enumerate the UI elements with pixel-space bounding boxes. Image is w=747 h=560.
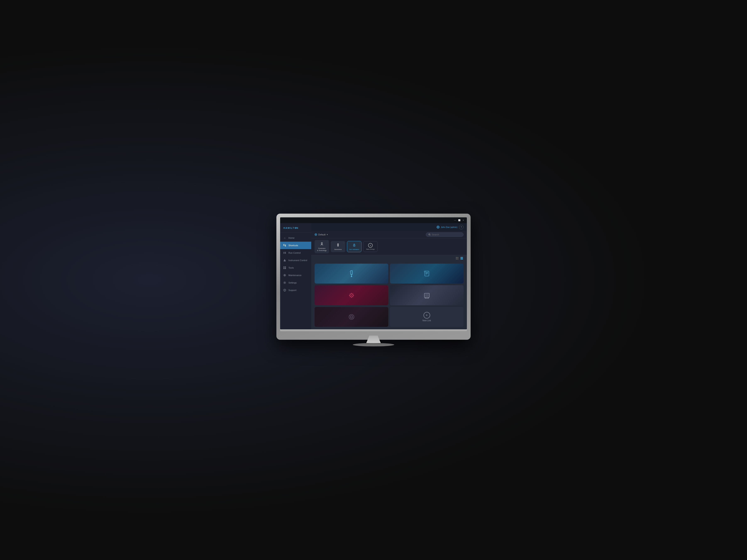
tab-menu-not-validated[interactable]: ⋮ — [359, 242, 360, 244]
brand-name: HAMILTN — [283, 227, 299, 229]
svg-rect-0 — [283, 244, 284, 244]
svg-rect-41 — [460, 258, 463, 259]
view-controls — [311, 255, 467, 262]
svg-rect-10 — [285, 252, 286, 253]
group-tab-forensics[interactable]: ⋮ Forensics& Toxicology — [314, 240, 329, 253]
new-link-plus-icon: + — [423, 312, 430, 319]
user-info: John Doe (admin) — [436, 225, 457, 229]
maintenance-icon — [283, 273, 286, 277]
app-layout: HAMILTN ⌂ Home — [280, 223, 467, 329]
sidebar-item-instrument-control[interactable]: Instrument Control — [280, 257, 311, 264]
svg-line-54 — [353, 294, 353, 294]
list-view-button[interactable] — [460, 256, 464, 261]
sub-header-left: Default ▾ — [314, 233, 328, 236]
card-backup-utility[interactable]: GENOMICS 📎 ⋮ Headline 5 BackupUtility Lo… — [314, 307, 388, 327]
monitor-screen: — ⬜ ✕ HAMILTN ⌂ Home — [280, 217, 467, 329]
search-input[interactable] — [432, 233, 461, 236]
sidebar-item-shortcuts[interactable]: Shortcuts — [280, 242, 311, 249]
sidebar-item-run-control[interactable]: Run Control — [280, 249, 311, 257]
sidebar-item-settings[interactable]: Settings — [280, 279, 311, 287]
svg-rect-42 — [460, 259, 463, 260]
grid-view-button[interactable] — [455, 256, 459, 261]
card-new-link[interactable]: + New Link — [390, 307, 464, 327]
monitor-base — [353, 343, 394, 346]
user-name: John Doe (admin) — [441, 226, 457, 229]
card-sample-reformatting[interactable]: GENOMICS 📎 ⋮ Headline 5 SampleReformatti… — [314, 264, 388, 284]
group-tab-not-validated[interactable]: ⋮ Not Validated — [347, 241, 361, 252]
svg-point-19 — [284, 275, 285, 276]
support-icon — [283, 289, 286, 292]
sidebar-item-home[interactable]: ⌂ Home — [280, 234, 311, 242]
forensics-label: Forensics& Toxicology — [317, 247, 327, 251]
svg-rect-14 — [285, 259, 285, 260]
svg-rect-40 — [460, 257, 463, 258]
view-label: Default — [318, 233, 326, 236]
svg-rect-12 — [284, 261, 286, 261]
monitor: — ⬜ ✕ HAMILTN ⌂ Home — [276, 214, 471, 346]
svg-point-27 — [315, 234, 316, 235]
new-link-label: New Link — [422, 319, 431, 322]
sidebar-item-maintenance[interactable]: Maintenance — [280, 271, 311, 279]
sidebar-label-instrument-control: Instrument Control — [288, 259, 307, 262]
sidebar-item-support[interactable]: Support — [280, 287, 311, 294]
monitor-bezel: — ⬜ ✕ HAMILTN ⌂ Home — [276, 214, 471, 340]
card-image-backup — [314, 307, 388, 327]
group-tab-genomics[interactable]: ⋮ Genomics — [331, 241, 345, 252]
tools-icon — [283, 266, 286, 269]
svg-rect-38 — [456, 259, 457, 260]
view-icon — [314, 233, 317, 236]
tab-menu-genomics[interactable]: ⋮ — [342, 242, 344, 244]
svg-rect-7 — [283, 252, 284, 253]
svg-rect-63 — [350, 315, 353, 319]
svg-point-26 — [315, 234, 317, 236]
svg-point-30 — [321, 242, 323, 244]
settings-icon — [283, 281, 286, 284]
sidebar-label-maintenance: Maintenance — [288, 274, 302, 276]
svg-rect-57 — [425, 294, 429, 297]
new-group-label: New Group — [366, 248, 375, 250]
groups-row: ⋮ Forensics& Toxicology — [311, 238, 467, 255]
sidebar-label-tools: Tools — [288, 267, 294, 269]
sidebar-nav: ⌂ Home — [280, 233, 311, 329]
group-tab-new-group[interactable]: + New Group — [363, 241, 378, 252]
search-box[interactable] — [426, 232, 464, 237]
svg-rect-4 — [285, 245, 286, 246]
svg-rect-17 — [283, 268, 284, 269]
not-validated-label: Not Validated — [349, 248, 359, 250]
sidebar-label-run-control: Run Control — [288, 251, 301, 254]
genomics-label: Genomics — [334, 248, 342, 250]
card-covid-inhibition[interactable]: GENOMICS 📎 ⋮ Headline 5 Covid-19Inhibiti… — [314, 285, 388, 305]
instrument-icon — [283, 259, 286, 262]
card-image-covid — [314, 285, 388, 305]
card-image-nimbus — [390, 285, 464, 305]
svg-line-53 — [353, 296, 353, 297]
sidebar-label-home: Home — [288, 237, 294, 239]
svg-rect-5 — [285, 246, 286, 246]
dropdown-arrow-icon[interactable]: ▾ — [327, 234, 328, 236]
run-control-icon — [283, 251, 286, 255]
sidebar-label-support: Support — [288, 289, 297, 291]
tab-menu-forensics[interactable]: ⋮ — [326, 241, 328, 243]
sidebar-item-tools[interactable]: Tools — [280, 264, 311, 271]
card-nimbus-maintenance[interactable]: GENOMICS 📎 ⋮ Headline 5 NimbusMaintenanc… — [390, 285, 464, 305]
home-icon: ⌂ — [283, 236, 286, 240]
minimize-button[interactable]: — — [454, 219, 457, 222]
svg-rect-13 — [284, 260, 285, 261]
svg-point-35 — [354, 245, 354, 246]
new-group-plus-icon: + — [368, 243, 373, 248]
monitor-chin — [280, 329, 467, 331]
sub-header: Default ▾ — [311, 231, 467, 238]
sidebar-label-settings: Settings — [288, 282, 297, 284]
forensics-icon — [320, 242, 324, 247]
close-button[interactable]: ✕ — [462, 219, 465, 222]
svg-rect-3 — [285, 245, 286, 245]
card-beads-cleanup[interactable]: GENOMICS 📎 ⋮ Headline 5 BeadsClean-up Lo… — [390, 264, 464, 284]
svg-line-55 — [350, 296, 351, 297]
svg-rect-6 — [283, 252, 284, 252]
help-button[interactable]: ? — [459, 225, 464, 230]
title-bar: — ⬜ ✕ — [280, 217, 467, 223]
not-validated-icon — [352, 243, 356, 248]
maximize-button[interactable]: ⬜ — [458, 219, 461, 222]
svg-line-29 — [430, 235, 431, 236]
search-icon — [429, 234, 431, 236]
